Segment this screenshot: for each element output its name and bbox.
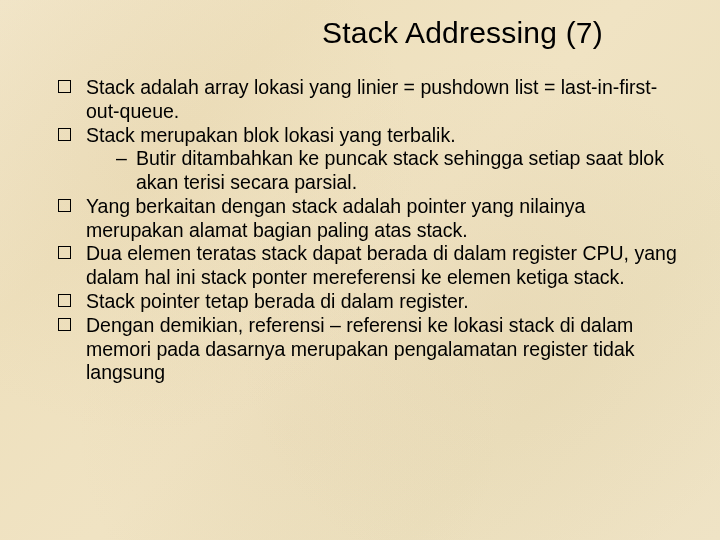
bullet-text: Yang berkaitan dengan stack adalah point… (86, 195, 585, 241)
sub-list-item: Butir ditambahkan ke puncak stack sehing… (116, 147, 686, 195)
bullet-text: Dua elemen teratas stack dapat berada di… (86, 242, 677, 288)
list-item: Dua elemen teratas stack dapat berada di… (58, 242, 686, 290)
list-item: Stack pointer tetap berada di dalam regi… (58, 290, 686, 314)
list-item: Dengan demikian, referensi – referensi k… (58, 314, 686, 385)
list-item: Stack adalah array lokasi yang linier = … (58, 76, 686, 124)
sub-bullet-text: Butir ditambahkan ke puncak stack sehing… (136, 147, 664, 193)
slide: Stack Addressing (7) Stack adalah array … (0, 0, 720, 540)
bullet-text: Dengan demikian, referensi – referensi k… (86, 314, 634, 384)
bullet-text: Stack pointer tetap berada di dalam regi… (86, 290, 469, 312)
sub-list: Butir ditambahkan ke puncak stack sehing… (86, 147, 686, 195)
page-title: Stack Addressing (7) (34, 10, 686, 50)
list-item: Stack merupakan blok lokasi yang terbali… (58, 124, 686, 195)
bullet-text: Stack adalah array lokasi yang linier = … (86, 76, 657, 122)
bullet-list: Stack adalah array lokasi yang linier = … (34, 76, 686, 385)
bullet-text: Stack merupakan blok lokasi yang terbali… (86, 124, 456, 146)
list-item: Yang berkaitan dengan stack adalah point… (58, 195, 686, 243)
